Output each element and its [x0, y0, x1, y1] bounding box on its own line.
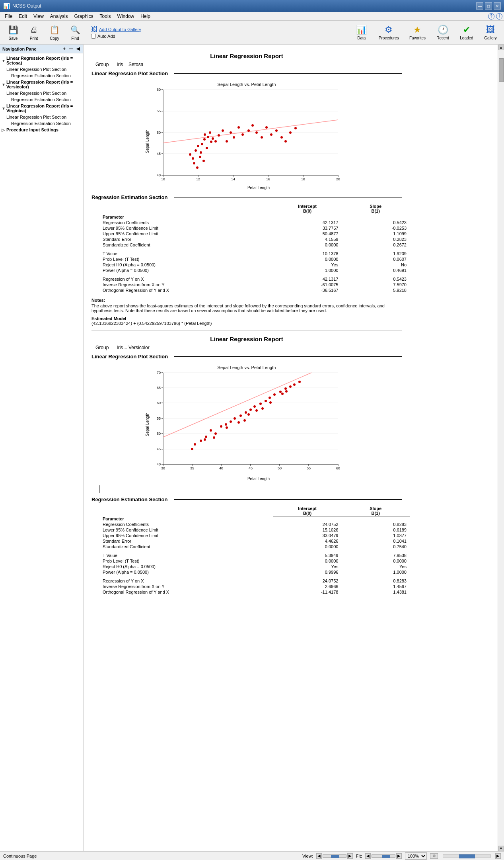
loaded-label: Loaded	[460, 36, 473, 40]
row-b0: 0.9996	[273, 569, 342, 575]
toolbar-add-output: 🖼 Add Output to Gallery Auto Add	[88, 24, 144, 40]
report2-plot: Sepal Length vs. Petal Length Sepal Leng…	[91, 363, 402, 482]
report1-est-model-title: Estimated Model	[91, 316, 402, 321]
row-b0: 0.0000	[273, 256, 342, 262]
info-icon[interactable]: i	[496, 13, 502, 20]
nav-item-proc-settings[interactable]: ▷ Procedure Input Settings	[0, 127, 83, 133]
procedures-button[interactable]: ⚙ Procedures	[374, 23, 404, 42]
nav-close-icon[interactable]: ◀	[75, 46, 81, 52]
svg-point-52	[280, 136, 283, 139]
report1-reg-section-label: Regression Estimation Section	[91, 194, 167, 200]
horizontal-scroll-thumb[interactable]	[459, 854, 475, 858]
print-button[interactable]: 🖨 Print	[24, 22, 44, 43]
gallery-button[interactable]: 🖼 Gallery	[479, 23, 502, 42]
nav-label-versicolor-reg: Regression Estimation Section	[11, 97, 71, 102]
fit-decrease-button[interactable]: ◀	[365, 853, 371, 859]
row-label: Regression Coefficients	[99, 220, 273, 225]
row-b0: 10.1378	[273, 251, 342, 256]
find-button[interactable]: 🔍 Find	[65, 22, 85, 43]
nav-collapse-icon[interactable]: —	[68, 46, 74, 52]
svg-point-106	[225, 423, 227, 426]
content-area[interactable]: Linear Regression Report Group Iris = Se…	[84, 45, 498, 851]
row-b0: 15.1026	[273, 527, 342, 533]
scroll-thumb[interactable]	[499, 58, 504, 82]
report1-title: Linear Regression Report	[91, 53, 402, 59]
nav-item-setosa-reg[interactable]: Regression Estimation Section	[0, 72, 83, 79]
nav-item-setosa[interactable]: ▼ Linear Regression Report (Iris = Setos…	[0, 55, 83, 66]
view-increase-button[interactable]: ▶	[347, 853, 353, 859]
svg-text:60: 60	[157, 88, 161, 92]
minimize-button[interactable]: —	[476, 2, 483, 10]
vertical-scrollbar[interactable]: ▲ ▼	[498, 45, 504, 851]
menu-help[interactable]: Help	[137, 13, 154, 20]
menu-window[interactable]: Window	[114, 13, 138, 20]
nav-expand-icon[interactable]: +	[62, 46, 67, 52]
nav-item-setosa-plot[interactable]: Linear Regression Plot Section	[0, 66, 83, 72]
svg-point-60	[202, 160, 205, 162]
scroll-down-button[interactable]: ▼	[498, 846, 504, 851]
report2-scatter-plot: Sepal Length vs. Petal Length Sepal Leng…	[143, 363, 350, 482]
plot2-regression-line	[163, 373, 311, 437]
menu-tools[interactable]: Tools	[97, 13, 114, 20]
row-b1: 1.1099	[341, 231, 410, 236]
svg-text:20: 20	[336, 177, 340, 181]
nav-item-versicolor-reg[interactable]: Regression Estimation Section	[0, 96, 83, 103]
loaded-button[interactable]: ✔ Loaded	[455, 23, 479, 42]
row-b1: 0.5423	[341, 276, 410, 282]
table-row: Inverse Regression from X on Y -61.0075 …	[99, 282, 410, 287]
plot1-title: Sepal Length vs. Petal Length	[218, 82, 276, 87]
view-thumb[interactable]	[331, 855, 339, 858]
favorites-button[interactable]: ★ Favorites	[404, 23, 431, 42]
row-b1: 0.6189	[341, 527, 410, 533]
fit-increase-button[interactable]: ▶	[396, 853, 402, 859]
nav-item-virginica-reg[interactable]: Regression Estimation Section	[0, 120, 83, 127]
close-button[interactable]: ✕	[494, 2, 501, 10]
svg-text:16: 16	[266, 177, 270, 181]
menu-file[interactable]: File	[2, 13, 16, 20]
svg-point-122	[226, 426, 228, 429]
nav-item-versicolor-plot[interactable]: Linear Regression Plot Section	[0, 90, 83, 96]
view-decrease-button[interactable]: ◀	[316, 853, 322, 859]
menu-edit[interactable]: Edit	[16, 13, 30, 20]
auto-add-checkbox[interactable]	[91, 34, 96, 39]
menu-analysis[interactable]: Analysis	[47, 13, 71, 20]
menu-graphics[interactable]: Graphics	[71, 13, 97, 20]
data-button[interactable]: 📊 Data	[350, 23, 374, 42]
save-button[interactable]: 💾 Save	[3, 22, 23, 43]
svg-text:40: 40	[219, 466, 223, 470]
nav-label-proc-settings: Procedure Input Settings	[6, 127, 58, 132]
horizontal-scroll-track[interactable]	[443, 854, 490, 858]
svg-point-56	[189, 153, 191, 156]
table-row: Standard Error 4.4626 0.1041	[99, 538, 410, 544]
report1-group-label: Group	[95, 62, 109, 67]
svg-point-61	[193, 162, 195, 164]
help-icon[interactable]: ?	[488, 13, 494, 20]
nav-expand-setosa: ▼	[2, 59, 6, 63]
svg-point-41	[230, 131, 232, 134]
nav-item-virginica-plot[interactable]: Linear Regression Plot Section	[0, 114, 83, 120]
report1-reg-table: InterceptB(0) SlopeB(1) Parameter Regres…	[99, 203, 410, 293]
copy-button[interactable]: 📋 Copy	[45, 22, 64, 43]
fit-thumb[interactable]	[382, 855, 390, 858]
row-label: T Value	[99, 251, 273, 256]
row-b1: -0.0253	[341, 225, 410, 231]
add-output-button[interactable]: 🖼 Add Output to Gallery	[91, 26, 141, 33]
svg-text:50: 50	[157, 131, 161, 135]
view-label: View:	[302, 854, 313, 858]
recent-button[interactable]: 🕐 Recent	[431, 23, 455, 42]
svg-point-131	[204, 438, 206, 441]
menu-view[interactable]: View	[30, 13, 47, 20]
nav-item-virginica[interactable]: ▼ Linear Regression Report (Iris = Virgi…	[0, 103, 83, 114]
scroll-up-button[interactable]: ▲	[498, 45, 504, 50]
maximize-button[interactable]: □	[485, 2, 492, 10]
zoom-reset-button[interactable]: ⊕	[430, 853, 438, 859]
h-scroll-right-button[interactable]: ▶	[495, 853, 501, 859]
status-bar-right: View: ◀ ▶ Fit: ◀ ▶ 100% 75% 125% 150% ⊕ …	[302, 852, 501, 860]
nav-item-versicolor[interactable]: ▼ Linear Regression Report (Iris = Versi…	[0, 79, 83, 90]
view-track[interactable]	[323, 854, 346, 858]
svg-point-126	[281, 393, 284, 395]
zoom-select[interactable]: 100% 75% 125% 150%	[405, 852, 427, 860]
fit-track[interactable]	[372, 854, 395, 858]
table-row: Regression Coefficients 42.1317 0.5423	[99, 220, 410, 225]
svg-point-127	[213, 436, 215, 439]
